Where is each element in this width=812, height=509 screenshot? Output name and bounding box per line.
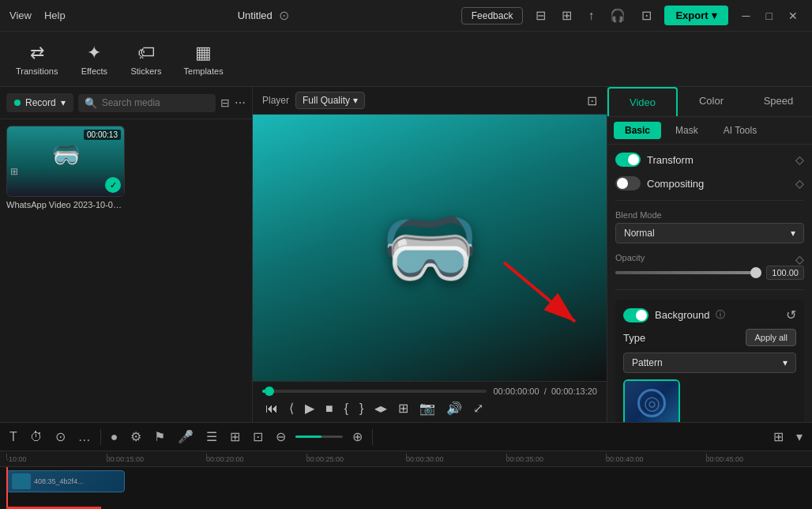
- grid-layout-button[interactable]: ⊞: [770, 428, 787, 446]
- background-reset-icon[interactable]: ↺: [786, 307, 796, 322]
- toolbar-item-stickers[interactable]: 🏷 Stickers: [121, 38, 171, 81]
- compositing-label: Compositing: [647, 178, 704, 190]
- close-button[interactable]: ✕: [784, 8, 803, 24]
- crop-tool-button[interactable]: ⊙: [52, 428, 69, 446]
- clip-thumbnail: [12, 473, 31, 489]
- ruler-mark-7: 00:00:45:00: [706, 455, 806, 463]
- current-time: 00:00:00:00: [493, 386, 539, 396]
- search-input[interactable]: [102, 97, 209, 108]
- sub-tab-basic-label: Basic: [625, 125, 650, 136]
- toolbar-item-effects[interactable]: ✦ Effects: [70, 38, 118, 81]
- track-clip[interactable]: 408:35_4b2f4...: [6, 470, 125, 492]
- settings-tool-button[interactable]: ⚙: [127, 428, 145, 446]
- zoom-out-button[interactable]: ⊖: [273, 428, 289, 446]
- text-tool-button[interactable]: T: [6, 428, 21, 446]
- add-media-button[interactable]: ●: [107, 428, 122, 446]
- sub-tab-mask-label: Mask: [675, 125, 698, 136]
- title-bar: View Help Untitled ⊙ Feedback ⊟ ⊞ ↑ 🎧 ⊡ …: [0, 0, 812, 32]
- menu-view[interactable]: View: [9, 9, 32, 21]
- tab-speed[interactable]: Speed: [745, 87, 812, 116]
- clock-tool-button[interactable]: ⏱: [27, 428, 46, 446]
- bottom-panel: T ⏱ ⊙ … ● ⚙ ⚑ 🎤 ☰ ⊞ ⊡ ⊖ ⊕ ⊞ ▾ -10:00 00:…: [0, 422, 812, 509]
- minimize-button[interactable]: ─: [738, 8, 755, 24]
- tab-color[interactable]: Color: [678, 87, 745, 116]
- audio-button[interactable]: 🔊: [443, 399, 465, 417]
- subtitle-tool-button[interactable]: ⊞: [227, 428, 243, 446]
- stop-button[interactable]: ■: [322, 400, 336, 417]
- right-content: Transform ◇ Compositing ◇ Blend Mode Nor…: [607, 145, 812, 422]
- sub-tab-mask[interactable]: Mask: [664, 122, 709, 139]
- opacity-slider[interactable]: [615, 271, 760, 274]
- background-help-icon[interactable]: ⓘ: [716, 308, 725, 322]
- quality-select[interactable]: Full Quality ▾: [295, 92, 365, 109]
- zoom-slider[interactable]: [295, 435, 343, 438]
- media-item[interactable]: 00:00:13 ✓ ⊞ WhatsApp Video 2023-10-05..…: [6, 126, 125, 209]
- progress-thumb: [265, 386, 274, 396]
- more-layout-button[interactable]: ▾: [793, 428, 806, 446]
- more-tools-button[interactable]: …: [75, 428, 94, 446]
- sub-tab-ai-tools[interactable]: AI Tools: [712, 122, 768, 139]
- export-button[interactable]: Export ▾: [664, 6, 727, 25]
- record-button[interactable]: Record ▾: [6, 93, 73, 112]
- tab-video[interactable]: Video: [607, 87, 678, 116]
- time-display: 00:00:00:00 / 00:00:13:20: [493, 386, 597, 396]
- flag-tool-button[interactable]: ⚑: [151, 428, 168, 446]
- sub-tab-basic[interactable]: Basic: [614, 122, 661, 139]
- aspect-ratio-button[interactable]: ⤢: [470, 399, 487, 417]
- left-panel: Record ▾ 🔍 ⊟ ⋯ 00:00:13 ✓ ⊞ WhatsApp Vid…: [0, 87, 253, 422]
- play-button[interactable]: ▶: [302, 399, 318, 417]
- mic-tool-button[interactable]: 🎤: [175, 428, 197, 446]
- zoom-in-button[interactable]: ⊕: [349, 428, 366, 446]
- search-box[interactable]: 🔍: [78, 94, 216, 112]
- background-toggle[interactable]: [623, 308, 648, 322]
- monitor-icon[interactable]: ⊟: [532, 6, 549, 25]
- grid-icon[interactable]: ⊞: [558, 6, 575, 25]
- tab-color-label: Color: [699, 95, 724, 107]
- effects-label: Effects: [81, 66, 107, 76]
- transform-keyframe-icon[interactable]: ◇: [795, 153, 804, 166]
- more-controls[interactable]: ◂▸: [371, 399, 390, 417]
- transform-toggle[interactable]: [615, 153, 641, 167]
- background-title-row: Background ⓘ: [623, 308, 725, 322]
- crop2-tool-button[interactable]: ⊡: [250, 428, 266, 446]
- compositing-keyframe-icon[interactable]: ◇: [795, 177, 804, 190]
- maximize-button[interactable]: □: [761, 8, 777, 24]
- skip-back-button[interactable]: ⏮: [262, 400, 281, 417]
- more-options-button[interactable]: ⋯: [235, 96, 246, 109]
- video-preview: 🥽: [253, 115, 607, 381]
- red-arrow: [496, 254, 591, 334]
- layout-icon[interactable]: ⊡: [638, 6, 655, 25]
- compositing-row: Compositing ◇: [615, 176, 804, 190]
- compositing-toggle[interactable]: [615, 176, 641, 190]
- list-tool-button[interactable]: ☰: [203, 428, 220, 446]
- upload-icon[interactable]: ↑: [585, 7, 597, 25]
- headphone-icon[interactable]: 🎧: [607, 6, 629, 25]
- apply-all-button[interactable]: Apply all: [746, 329, 796, 346]
- playhead[interactable]: [6, 467, 8, 509]
- progress-bar[interactable]: [262, 390, 487, 393]
- snapshot-button[interactable]: 📷: [416, 399, 438, 417]
- pattern-chevron: ▾: [783, 357, 788, 368]
- transform-label: Transform: [647, 154, 694, 166]
- add-to-timeline[interactable]: ⊞: [395, 399, 412, 417]
- toolbar-item-templates[interactable]: ▦ Templates: [175, 38, 233, 81]
- tab-speed-label: Speed: [764, 95, 794, 107]
- blend-mode-select[interactable]: Normal ▾: [615, 223, 804, 243]
- templates-icon: ▦: [195, 43, 212, 63]
- title-right: Feedback ⊟ ⊞ ↑ 🎧 ⊡ Export ▾ ─ □ ✕: [461, 6, 803, 25]
- mark-out-button[interactable]: }: [356, 400, 367, 417]
- menu-bar: View Help: [9, 9, 66, 21]
- frame-back-button[interactable]: ⟨: [286, 399, 297, 417]
- mark-in-button[interactable]: {: [341, 400, 351, 417]
- feedback-button[interactable]: Feedback: [461, 7, 524, 25]
- toolbar-item-transitions[interactable]: ⇄ Transitions: [6, 38, 67, 81]
- stickers-icon: 🏷: [137, 43, 155, 63]
- pattern-thumbnail[interactable]: [623, 379, 680, 422]
- menu-help[interactable]: Help: [44, 9, 66, 21]
- grid-view-icon: ⊞: [10, 166, 18, 177]
- opacity-keyframe-icon[interactable]: ◇: [795, 253, 804, 266]
- fullscreen-icon[interactable]: ⊡: [587, 93, 597, 108]
- ruler-marks: -10:00 00:00:15:00 00:00:20:00 00:00:25:…: [6, 455, 806, 463]
- pattern-select[interactable]: Pattern ▾: [623, 353, 796, 373]
- filter-button[interactable]: ⊟: [220, 96, 230, 109]
